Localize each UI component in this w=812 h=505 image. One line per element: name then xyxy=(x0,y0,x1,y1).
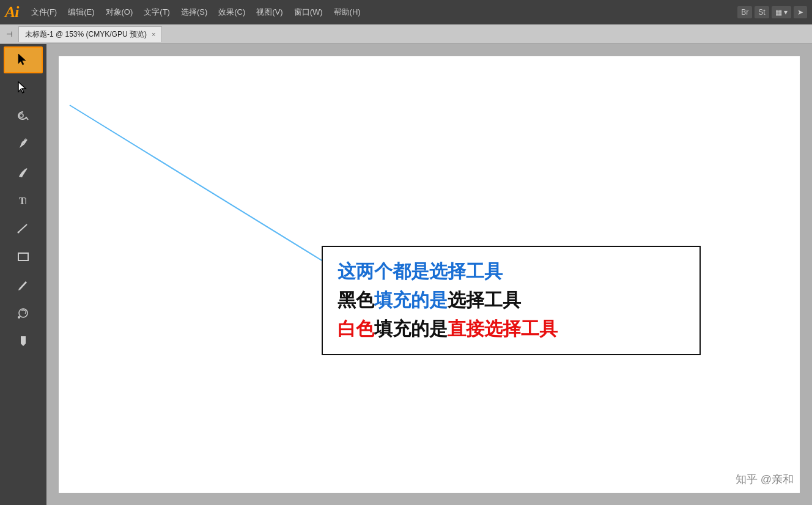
eraser-tool-button[interactable] xyxy=(4,328,43,355)
direct-selection-tool-icon xyxy=(16,81,31,95)
warp-tool-icon xyxy=(16,306,31,320)
menu-file[interactable]: 文件(F) xyxy=(26,4,62,20)
pen-tool-button[interactable] xyxy=(4,131,43,158)
app-logo: Ai xyxy=(5,3,19,21)
rectangle-tool-button[interactable] xyxy=(4,243,43,270)
menu-select[interactable]: 选择(S) xyxy=(176,4,212,20)
callout-line2-highlight: 填充的是 xyxy=(374,290,448,310)
svg-rect-8 xyxy=(18,253,28,260)
type-tool-button[interactable]: T xyxy=(4,187,43,214)
menu-help[interactable]: 帮助(H) xyxy=(329,4,366,20)
callout-line2-before: 黑色 xyxy=(338,290,374,310)
menu-object[interactable]: 对象(O) xyxy=(101,4,138,20)
svg-line-6 xyxy=(18,224,27,232)
callout-line3-direct: 直接选择工具 xyxy=(448,319,558,339)
watermark: 知乎 @亲和 xyxy=(736,472,794,487)
menu-bar: Ai 文件(F) 编辑(E) 对象(O) 文字(T) 选择(S) 效果(C) 视… xyxy=(0,0,812,24)
bridge-button[interactable]: Br xyxy=(737,6,752,18)
svg-marker-1 xyxy=(18,82,26,93)
svg-point-7 xyxy=(18,232,20,234)
lasso-tool-icon xyxy=(16,109,31,123)
stock-button[interactable]: St xyxy=(755,6,769,18)
menu-window[interactable]: 窗口(W) xyxy=(289,4,328,20)
tab-close-button[interactable]: × xyxy=(152,31,155,38)
lasso-tool-button[interactable] xyxy=(4,103,43,130)
document-tab[interactable]: 未标题-1 @ 153% (CMYK/GPU 预览) × xyxy=(18,26,162,42)
callout-line3: 白色填充的是直接选择工具 xyxy=(338,317,685,342)
main-layout: T xyxy=(0,44,812,505)
type-tool-icon: T xyxy=(16,193,31,208)
callout-line3-mid: 填充的是 xyxy=(374,319,448,339)
tab-bar: ⊣ 未标题-1 @ 153% (CMYK/GPU 预览) × xyxy=(0,24,812,44)
callout-box: 这两个都是选择工具 黑色填充的是选择工具 白色填充的是直接选择工具 xyxy=(322,246,701,355)
selection-tool-icon xyxy=(16,53,31,67)
line-tool-button[interactable] xyxy=(4,215,43,242)
callout-line3-white: 白色 xyxy=(338,319,374,339)
menu-effect[interactable]: 效果(C) xyxy=(213,4,250,20)
svg-marker-0 xyxy=(18,54,26,65)
svg-point-2 xyxy=(20,114,23,117)
line-tool-icon xyxy=(16,221,31,236)
pencil-tool-button[interactable] xyxy=(4,271,43,298)
svg-text:T: T xyxy=(19,196,26,206)
menu-type[interactable]: 文字(T) xyxy=(139,4,175,20)
svg-marker-11 xyxy=(21,336,26,346)
svg-point-10 xyxy=(18,316,20,319)
menu-edit[interactable]: 编辑(E) xyxy=(63,4,99,20)
pencil-tool-icon xyxy=(16,278,31,292)
warp-tool-button[interactable] xyxy=(4,300,43,326)
canvas-area: 这两个都是选择工具 黑色填充的是选择工具 白色填充的是直接选择工具 知乎 @亲和 xyxy=(46,44,812,505)
menu-right-icons: Br St ▦ ▾ ➤ xyxy=(737,6,807,18)
callout-line1: 这两个都是选择工具 xyxy=(338,259,685,284)
share-button[interactable]: ➤ xyxy=(794,6,807,18)
tab-label: 未标题-1 @ 153% (CMYK/GPU 预览) xyxy=(25,29,147,40)
eraser-tool-icon xyxy=(16,334,31,348)
callout-line2: 黑色填充的是选择工具 xyxy=(338,288,685,313)
brush-tool-button[interactable] xyxy=(4,159,43,186)
toolbar: T xyxy=(0,44,46,505)
brush-tool-icon xyxy=(16,165,31,180)
tab-handle: ⊣ xyxy=(2,30,16,39)
callout-line2-after: 选择工具 xyxy=(448,290,521,310)
arrange-button[interactable]: ▦ ▾ xyxy=(772,6,791,18)
menu-view[interactable]: 视图(V) xyxy=(251,4,287,20)
selection-tool-button[interactable] xyxy=(4,46,43,73)
direct-selection-tool-button[interactable] xyxy=(4,75,43,101)
rectangle-tool-icon xyxy=(16,249,31,264)
pen-tool-icon xyxy=(16,137,31,152)
